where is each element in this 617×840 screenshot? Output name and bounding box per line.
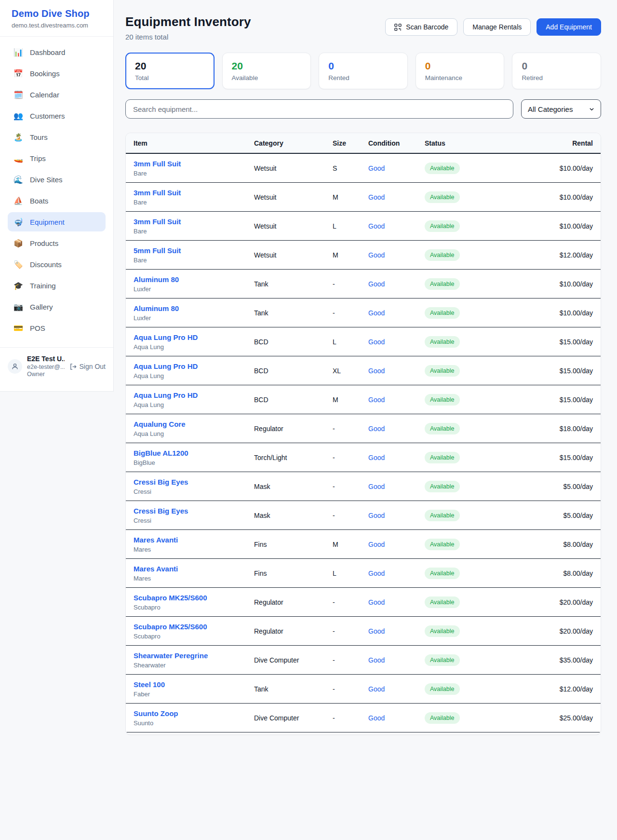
table-row[interactable]: 3mm Full SuitBareWetsuitLGoodAvailable$1…	[126, 212, 601, 241]
item-name-link[interactable]: Aqua Lung Pro HD	[134, 362, 254, 370]
status-cell: Available	[425, 654, 530, 666]
item-name-link[interactable]: 3mm Full Suit	[134, 189, 254, 197]
condition-link[interactable]: Good	[368, 685, 425, 693]
condition-link[interactable]: Good	[368, 251, 425, 259]
sidebar-item-discounts[interactable]: 🏷️Discounts	[8, 255, 106, 274]
sidebar-item-tours[interactable]: 🏝️Tours	[8, 127, 106, 147]
rental-cell: $15.00/day	[530, 396, 593, 404]
table-row[interactable]: 3mm Full SuitBareWetsuitMGoodAvailable$1…	[126, 183, 601, 212]
table-row[interactable]: Steel 100FaberTank-GoodAvailable$12.00/d…	[126, 675, 601, 704]
condition-link[interactable]: Good	[368, 656, 425, 664]
item-name-link[interactable]: 5mm Full Suit	[134, 246, 254, 255]
sidebar-item-products[interactable]: 📦Products	[8, 233, 106, 253]
item-brand: Cressi	[134, 488, 254, 495]
item-name-link[interactable]: BigBlue AL1200	[134, 449, 254, 457]
item-name-link[interactable]: Cressi Big Eyes	[134, 507, 254, 515]
brand-name[interactable]: Demo Dive Shop	[12, 8, 102, 19]
table-row[interactable]: Mares AvantiMaresFinsMGoodAvailable$8.00…	[126, 530, 601, 559]
status-badge: Available	[425, 712, 460, 724]
condition-link[interactable]: Good	[368, 541, 425, 548]
stat-card-maintenance[interactable]: 0Maintenance	[416, 53, 505, 89]
table-row[interactable]: Mares AvantiMaresFinsLGoodAvailable$8.00…	[126, 559, 601, 588]
table-row[interactable]: Aluminum 80LuxferTank-GoodAvailable$10.0…	[126, 270, 601, 298]
condition-link[interactable]: Good	[368, 483, 425, 490]
condition-link[interactable]: Good	[368, 367, 425, 375]
rental-cell: $15.00/day	[530, 338, 593, 346]
status-cell: Available	[425, 336, 530, 348]
item-cell: Mares AvantiMares	[134, 565, 254, 582]
item-brand: Luxfer	[134, 314, 254, 322]
add-equipment-button[interactable]: Add Equipment	[537, 18, 601, 36]
item-name-link[interactable]: Aqua Lung Pro HD	[134, 333, 254, 341]
item-name-link[interactable]: Aluminum 80	[134, 275, 254, 284]
search-input[interactable]	[125, 99, 513, 119]
sidebar-item-calendar[interactable]: 🗓️Calendar	[8, 85, 106, 104]
table-row[interactable]: Cressi Big EyesCressiMask-GoodAvailable$…	[126, 472, 601, 501]
item-cell: Scubapro MK25/S600Scubapro	[134, 594, 254, 611]
item-name-link[interactable]: Scubapro MK25/S600	[134, 594, 254, 602]
condition-link[interactable]: Good	[368, 569, 425, 577]
table-row[interactable]: Aluminum 80LuxferTank-GoodAvailable$10.0…	[126, 298, 601, 327]
item-name-link[interactable]: Cressi Big Eyes	[134, 478, 254, 486]
table-row[interactable]: Suunto ZoopSuuntoDive Computer-GoodAvail…	[126, 704, 601, 732]
condition-link[interactable]: Good	[368, 714, 425, 722]
sidebar-item-boats[interactable]: ⛵Boats	[8, 191, 106, 210]
table-row[interactable]: Aqualung CoreAqua LungRegulator-GoodAvai…	[126, 414, 601, 443]
table-row[interactable]: 3mm Full SuitBareWetsuitSGoodAvailable$1…	[126, 154, 601, 183]
table-row[interactable]: Aqua Lung Pro HDAqua LungBCDLGoodAvailab…	[126, 327, 601, 356]
stat-card-available[interactable]: 20Available	[222, 53, 311, 89]
item-name-link[interactable]: Aqua Lung Pro HD	[134, 391, 254, 399]
item-name-link[interactable]: Aluminum 80	[134, 304, 254, 312]
table-row[interactable]: Scubapro MK25/S600ScubaproRegulator-Good…	[126, 588, 601, 617]
sidebar-item-dive-sites[interactable]: 🌊Dive Sites	[8, 170, 106, 189]
sidebar-item-customers[interactable]: 👥Customers	[8, 106, 106, 125]
table-row[interactable]: Cressi Big EyesCressiMask-GoodAvailable$…	[126, 501, 601, 530]
item-cell: Aqua Lung Pro HDAqua Lung	[134, 391, 254, 408]
category-select[interactable]: All Categories	[521, 99, 601, 119]
table-row[interactable]: BigBlue AL1200BigBlueTorch/Light-GoodAva…	[126, 443, 601, 472]
stat-card-retired[interactable]: 0Retired	[512, 53, 601, 89]
item-name-link[interactable]: Scubapro MK25/S600	[134, 623, 254, 631]
item-name-link[interactable]: 3mm Full Suit	[134, 217, 254, 226]
item-name-link[interactable]: Suunto Zoop	[134, 709, 254, 718]
condition-link[interactable]: Good	[368, 454, 425, 461]
sign-out-button[interactable]: Sign Out	[69, 363, 106, 370]
condition-link[interactable]: Good	[368, 222, 425, 230]
condition-link[interactable]: Good	[368, 309, 425, 317]
rental-cell: $10.00/day	[530, 164, 593, 172]
sidebar-item-training[interactable]: 🎓Training	[8, 276, 106, 295]
condition-link[interactable]: Good	[368, 512, 425, 519]
condition-link[interactable]: Good	[368, 425, 425, 433]
stat-card-total[interactable]: 20Total	[125, 53, 215, 89]
sidebar-item-pos[interactable]: 💳POS	[8, 318, 106, 338]
condition-link[interactable]: Good	[368, 338, 425, 346]
sidebar-item-dashboard[interactable]: 📊Dashboard	[8, 42, 106, 62]
manage-rentals-button[interactable]: Manage Rentals	[463, 18, 531, 36]
table-row[interactable]: Shearwater PeregrineShearwaterDive Compu…	[126, 646, 601, 675]
item-name-link[interactable]: Aqualung Core	[134, 420, 254, 428]
item-name-link[interactable]: Shearwater Peregrine	[134, 651, 254, 660]
condition-link[interactable]: Good	[368, 627, 425, 635]
item-name-link[interactable]: Mares Avanti	[134, 536, 254, 544]
status-badge: Available	[425, 163, 460, 174]
scan-barcode-button[interactable]: Scan Barcode	[385, 18, 457, 36]
condition-link[interactable]: Good	[368, 164, 425, 172]
sidebar-item-equipment[interactable]: 🤿Equipment	[8, 212, 106, 231]
sidebar-item-trips[interactable]: 🚤Trips	[8, 149, 106, 168]
table-row[interactable]: Aqua Lung Pro HDAqua LungBCDXLGoodAvaila…	[126, 356, 601, 385]
condition-link[interactable]: Good	[368, 193, 425, 201]
condition-link[interactable]: Good	[368, 598, 425, 606]
item-name-link[interactable]: Steel 100	[134, 680, 254, 689]
sidebar-item-bookings[interactable]: 📅Bookings	[8, 64, 106, 83]
size-cell: L	[333, 569, 368, 577]
item-name-link[interactable]: Mares Avanti	[134, 565, 254, 573]
sidebar-item-gallery[interactable]: 📷Gallery	[8, 297, 106, 316]
table-row[interactable]: Aqua Lung Pro HDAqua LungBCDMGoodAvailab…	[126, 385, 601, 414]
stat-card-rented[interactable]: 0Rented	[319, 53, 408, 89]
table-row[interactable]: Scubapro MK25/S600ScubaproRegulator-Good…	[126, 617, 601, 646]
item-name-link[interactable]: 3mm Full Suit	[134, 160, 254, 168]
table-row[interactable]: 5mm Full SuitBareWetsuitMGoodAvailable$1…	[126, 241, 601, 270]
condition-link[interactable]: Good	[368, 280, 425, 288]
item-brand: Mares	[134, 575, 254, 582]
condition-link[interactable]: Good	[368, 396, 425, 404]
